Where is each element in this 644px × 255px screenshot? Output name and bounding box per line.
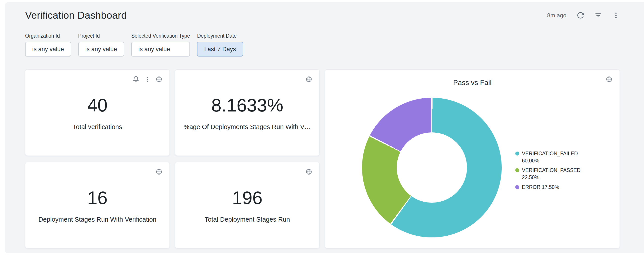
donut-hole: [397, 132, 467, 203]
filter-label: Selected Verification Type: [131, 33, 190, 39]
cards-area: 40 Total verifications 8.1633% %age Of D…: [25, 69, 620, 248]
filter-label: Project Id: [78, 33, 124, 39]
pass-vs-fail-card: Pass vs Fail VERIFICATION_FAILED 60.00%: [325, 69, 620, 248]
legend-item-verification-passed[interactable]: VERIFICATION_PASSED 22.50%: [515, 167, 588, 181]
dashboard-content: Verification Dashboard 8m ago: [0, 0, 644, 248]
kpi-value: 8.1633%: [211, 96, 283, 114]
filter-value-button[interactable]: Last 7 Days: [197, 42, 243, 57]
globe-icon[interactable]: [156, 168, 162, 175]
filter-value-button[interactable]: is any value: [78, 42, 124, 57]
kpi-label: %age Of Deployments Stages Run With V…: [184, 123, 311, 131]
globe-icon[interactable]: [306, 168, 312, 175]
bell-icon[interactable]: [132, 76, 139, 83]
legend-pct: 22.50%: [522, 174, 539, 180]
tile-icons: [606, 76, 612, 83]
filter-label: Organization Id: [25, 33, 71, 39]
dashboard-header: Verification Dashboard 8m ago: [25, 9, 620, 21]
legend-item-error[interactable]: ERROR 17.50%: [515, 184, 588, 191]
last-refresh-label: 8m ago: [547, 12, 566, 19]
legend-label: ERROR: [522, 184, 540, 190]
kpi-label: Total Deployment Stages Run: [204, 216, 290, 223]
header-actions: 8m ago: [547, 12, 620, 19]
filter-deployment-date: Deployment Date Last 7 Days: [197, 33, 243, 57]
globe-icon[interactable]: [306, 76, 312, 83]
filter-project-id: Project Id is any value: [78, 33, 124, 57]
kpi-value: 16: [87, 189, 108, 207]
donut-chart[interactable]: [362, 98, 502, 237]
page-title: Verification Dashboard: [25, 10, 127, 21]
tile-icons: [156, 168, 162, 175]
kpi-tile-stages-run-with-verification: 16 Deployment Stages Run With Verificati…: [25, 162, 170, 248]
kpi-value: 196: [232, 189, 263, 207]
kpi-tile-total-stages-run: 196 Total Deployment Stages Run: [175, 162, 320, 248]
filter-label: Deployment Date: [197, 33, 243, 39]
kpi-value: 40: [87, 96, 108, 114]
kpi-label: Total verifications: [73, 123, 122, 131]
tile-icons: [306, 168, 312, 175]
legend-pct: 60.00%: [522, 158, 539, 164]
legend-dot: [515, 152, 519, 156]
kpi-tile-pct-stages-with-verification: 8.1633% %age Of Deployments Stages Run W…: [175, 69, 320, 156]
globe-icon[interactable]: [156, 76, 162, 83]
legend-label: VERIFICATION_PASSED: [522, 167, 580, 173]
kpi-label: Deployment Stages Run With Verification: [38, 216, 156, 223]
legend-text: VERIFICATION_PASSED 22.50%: [522, 167, 588, 181]
kpi-grid: 40 Total verifications 8.1633% %age Of D…: [25, 69, 320, 248]
filter-value-button[interactable]: is any value: [25, 42, 71, 57]
tile-icons: [306, 76, 312, 83]
legend-dot: [515, 168, 519, 172]
filter-organization-id: Organization Id is any value: [25, 33, 71, 57]
kpi-tile-total-verifications: 40 Total verifications: [25, 69, 170, 156]
legend-pct: 17.50%: [542, 184, 559, 190]
refresh-icon[interactable]: [576, 12, 584, 19]
legend-text: VERIFICATION_FAILED 60.00%: [522, 150, 588, 164]
filter-icon[interactable]: [594, 12, 602, 19]
kebab-menu-icon[interactable]: [144, 76, 151, 83]
filter-verification-type: Selected Verification Type is any value: [131, 33, 190, 57]
tile-icons: [132, 76, 162, 83]
chart-legend: VERIFICATION_FAILED 60.00% VERIFICATION_…: [515, 150, 588, 194]
legend-text: ERROR 17.50%: [522, 184, 559, 191]
kebab-menu-icon[interactable]: [612, 12, 620, 19]
globe-icon[interactable]: [606, 76, 612, 83]
legend-item-verification-failed[interactable]: VERIFICATION_FAILED 60.00%: [515, 150, 588, 164]
filter-value-button[interactable]: is any value: [131, 42, 190, 57]
legend-label: VERIFICATION_FAILED: [522, 151, 578, 156]
chart-title: Pass vs Fail: [325, 79, 620, 87]
filter-bar: Organization Id is any value Project Id …: [25, 33, 620, 57]
legend-dot: [515, 185, 519, 189]
